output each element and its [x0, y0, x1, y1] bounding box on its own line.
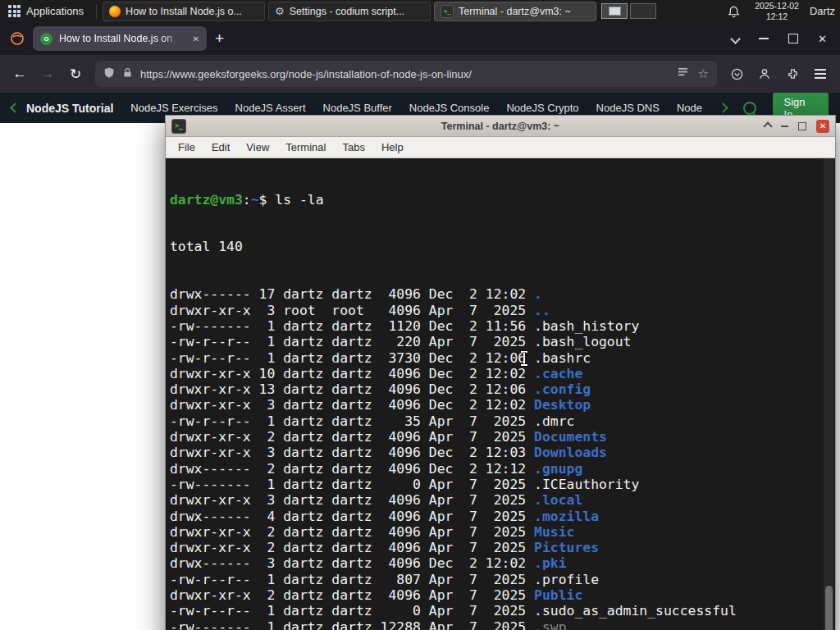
workspace-2[interactable] — [630, 3, 656, 19]
terminal-output: dartz@vm3:~$ ls -la total 140 drwx------… — [170, 160, 821, 630]
terminal-line: drwxr-xr-x 13 dartz dartz 4096 Dec 2 12:… — [170, 381, 821, 397]
chevron-left-icon[interactable] — [10, 103, 21, 113]
url-bar[interactable]: https://www.geeksforgeeks.org/node-js/in… — [95, 61, 717, 87]
terminal-line: -rw------- 1 dartz dartz 0 Apr 7 2025 .I… — [170, 477, 821, 492]
bookmark-star-icon[interactable]: ☆ — [698, 66, 709, 81]
workspace-1[interactable] — [601, 3, 628, 19]
terminal-line: drwxr-xr-x 3 dartz dartz 4096 Dec 2 12:0… — [170, 397, 821, 413]
tab-title: How to Install Node.js on — [59, 33, 186, 44]
terminal-line: drwxr-xr-x 2 dartz dartz 4096 Apr 7 2025… — [170, 524, 821, 540]
browser-tab[interactable]: G How to Install Node.js on ✕ — [33, 26, 207, 51]
menu-help[interactable]: Help — [374, 139, 411, 155]
menu-edit[interactable]: Edit — [204, 139, 237, 155]
terminal-line: drwxr-xr-x 2 dartz dartz 4096 Apr 7 2025… — [170, 540, 821, 555]
terminal-window-title: Terminal - dartz@vm3: ~ — [166, 121, 835, 132]
site-nav-link[interactable]: NodeJS Exercises — [130, 102, 217, 114]
lock-icon[interactable] — [122, 66, 133, 81]
site-nav-link[interactable]: NodeJS Assert — [235, 102, 306, 114]
site-nav-current[interactable]: NodeJS Tutorial — [11, 102, 113, 115]
file-name: .sudo_as_admin_successful — [534, 603, 737, 619]
terminal-close-button[interactable]: ✕ — [816, 120, 829, 133]
file-name: Music — [534, 524, 574, 540]
menu-icon[interactable] — [807, 61, 833, 87]
terminal-line: -rw-r--r-- 1 dartz dartz 220 Apr 7 2025 … — [170, 334, 821, 349]
pocket-icon[interactable] — [724, 61, 750, 87]
new-tab-button[interactable]: + — [215, 30, 224, 48]
tab-close-icon[interactable]: ✕ — [193, 34, 199, 43]
terminal-scrollbar[interactable] — [824, 158, 834, 630]
terminal-prompt-line: dartz@vm3:~$ ls -la — [170, 192, 821, 208]
menu-terminal[interactable]: Terminal — [278, 139, 333, 155]
file-name: .pki — [534, 555, 566, 571]
file-name: .profile — [534, 572, 599, 587]
prompt-path: ~ — [251, 192, 259, 208]
back-button[interactable]: ← — [7, 61, 33, 87]
terminal-line: -rw-r--r-- 1 dartz dartz 3730 Dec 2 12:0… — [170, 350, 821, 366]
file-name: .gnupg — [534, 461, 582, 477]
site-nav-link[interactable]: NodeJS DNS — [596, 102, 660, 114]
terminal-minimize-button[interactable] — [781, 126, 788, 127]
terminal-icon: >_ — [441, 5, 454, 18]
terminal-line: drwx------ 3 dartz dartz 4096 Dec 2 12:0… — [170, 555, 821, 571]
reload-button[interactable]: ↻ — [62, 61, 89, 87]
clock[interactable]: 2025-12-02 12:12 — [755, 1, 799, 21]
firefox-tab-strip: G How to Install Node.js on ✕ + ✕ — [0, 22, 840, 55]
terminal-line: drwxr-xr-x 2 dartz dartz 4096 Apr 7 2025… — [170, 429, 821, 445]
extensions-icon[interactable] — [779, 61, 806, 87]
chevron-right-icon[interactable] — [718, 103, 728, 113]
taskbar-item-terminal[interactable]: >_ Terminal - dartz@vm3: ~ — [434, 2, 596, 21]
terminal-titlebar[interactable]: >_ Terminal - dartz@vm3: ~ ✕ — [166, 116, 835, 137]
site-nav-link[interactable]: NodeJS Buffer — [323, 102, 392, 114]
account-icon[interactable] — [751, 61, 778, 87]
forward-button[interactable]: → — [34, 61, 61, 87]
panel-separator — [96, 4, 97, 19]
file-name: Desktop — [534, 397, 591, 413]
file-name: Documents — [534, 429, 607, 445]
prompt-userhost: dartz@vm3 — [170, 192, 243, 208]
browser-close-button[interactable]: ✕ — [818, 33, 827, 45]
terminal-maximize-button[interactable] — [798, 122, 806, 130]
file-name: .bash_history — [534, 318, 639, 334]
site-nav-link[interactable]: Node — [677, 102, 702, 114]
file-name: .ICEauthority — [534, 477, 639, 492]
shade-window-icon[interactable] — [763, 121, 772, 130]
top-panel: Applications How to Install Node.js o...… — [0, 0, 840, 22]
site-nav-link[interactable]: NodeJS Console — [409, 102, 490, 114]
firefox-icon — [109, 6, 121, 17]
terminal-window: >_ Terminal - dartz@vm3: ~ ✕ FileEditVie… — [165, 115, 836, 630]
reader-mode-icon[interactable] — [678, 66, 688, 81]
menu-file[interactable]: File — [171, 139, 203, 155]
applications-menu-button[interactable]: Applications — [0, 0, 92, 22]
terminal-total-line: total 140 — [170, 239, 821, 254]
terminal-line: drwx------ 2 dartz dartz 4096 Dec 2 12:1… — [170, 461, 821, 477]
taskbar-item-settings[interactable]: ⚙ Settings - codium script... — [268, 2, 431, 21]
terminal-screen[interactable]: dartz@vm3:~$ ls -la total 140 drwx------… — [167, 158, 834, 630]
firefox-view-icon[interactable] — [7, 28, 28, 49]
file-name: .. — [534, 303, 550, 318]
browser-maximize-button[interactable] — [788, 34, 798, 43]
desktop: Applications How to Install Node.js o...… — [0, 0, 840, 630]
notification-bell-icon[interactable] — [728, 5, 740, 18]
browser-minimize-button[interactable] — [759, 38, 769, 39]
url-text[interactable]: https://www.geeksforgeeks.org/node-js/in… — [140, 68, 670, 80]
search-icon[interactable] — [743, 102, 756, 115]
taskbar-item-firefox[interactable]: How to Install Node.js o... — [103, 2, 265, 21]
terminal-line: drwxr-xr-x 3 dartz dartz 4096 Apr 7 2025… — [170, 492, 821, 508]
applications-label: Applications — [26, 5, 84, 17]
shield-icon[interactable] — [103, 66, 115, 82]
file-name: . — [534, 286, 542, 302]
file-name: .cache — [534, 366, 582, 381]
username[interactable]: Dartz — [810, 5, 835, 17]
file-name: .mozilla — [534, 509, 599, 524]
terminal-line: drwxr-xr-x 10 dartz dartz 4096 Dec 2 12:… — [170, 366, 821, 381]
menu-view[interactable]: View — [239, 139, 276, 155]
workspace-switcher[interactable] — [601, 3, 656, 19]
terminal-line: drwxr-xr-x 2 dartz dartz 4096 Apr 7 2025… — [170, 587, 821, 603]
site-nav-link[interactable]: NodeJS Crypto — [506, 102, 578, 114]
firefox-toolbar: ← → ↻ https://www.geeksforgeeks.org/node… — [0, 55, 840, 93]
file-name: .dmrc — [534, 413, 574, 429]
terminal-line: drwx------ 4 dartz dartz 4096 Apr 7 2025… — [170, 509, 821, 524]
scrollbar-thumb[interactable] — [825, 586, 833, 630]
list-all-tabs-icon[interactable] — [730, 34, 741, 44]
menu-tabs[interactable]: Tabs — [335, 139, 372, 155]
